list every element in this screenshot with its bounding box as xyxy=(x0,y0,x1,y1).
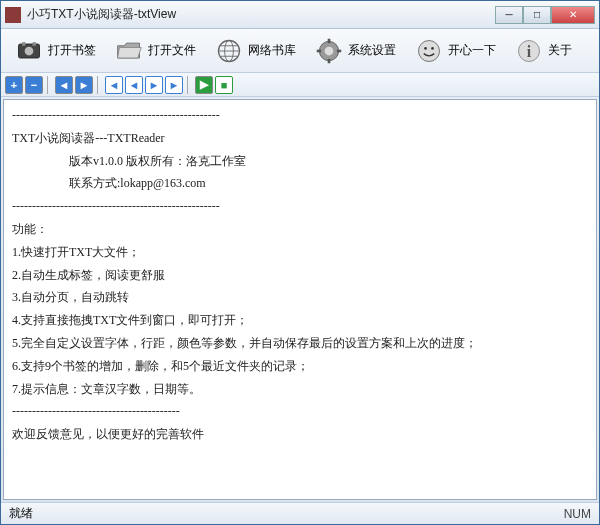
content-line: 联系方式:lokapp@163.com xyxy=(12,172,588,195)
stop-button[interactable]: ■ xyxy=(215,76,233,94)
nav-toolbar: + − ◄ ► ◄ ◄ ► ► ▶ ■ xyxy=(1,73,599,97)
about-button[interactable]: i 关于 xyxy=(505,33,581,69)
separator xyxy=(187,76,191,94)
main-toolbar: 打开书签 打开文件 网络书库 系统设置 开心一下 xyxy=(1,29,599,73)
text-content[interactable]: ----------------------------------------… xyxy=(3,99,597,500)
content-line: 7.提示信息：文章汉字数，日期等。 xyxy=(12,378,588,401)
minimize-button[interactable]: ─ xyxy=(495,6,523,24)
status-numlock: NUM xyxy=(564,507,591,521)
separator xyxy=(47,76,51,94)
prev-chapter-button[interactable]: ◄ xyxy=(55,76,73,94)
titlebar: 小巧TXT小说阅读器-txtView ─ □ ✕ xyxy=(1,1,599,29)
content-line: 5.完全自定义设置字体，行距，颜色等参数，并自动保存最后的设置方案和上次的进度； xyxy=(12,332,588,355)
info-icon: i xyxy=(514,36,544,66)
folder-icon xyxy=(114,36,144,66)
svg-point-3 xyxy=(25,46,34,55)
network-library-button[interactable]: 网络书库 xyxy=(205,33,305,69)
close-button[interactable]: ✕ xyxy=(551,6,595,24)
content-line: ----------------------------------------… xyxy=(12,195,588,218)
window-controls: ─ □ ✕ xyxy=(495,6,595,24)
system-settings-label: 系统设置 xyxy=(348,42,396,59)
statusbar: 就绪 NUM xyxy=(1,502,599,524)
open-file-label: 打开文件 xyxy=(148,42,196,59)
open-bookmark-label: 打开书签 xyxy=(48,42,96,59)
content-line: 6.支持9个书签的增加，删除，和5个最近文件夹的记录； xyxy=(12,355,588,378)
play-button[interactable]: ▶ xyxy=(195,76,213,94)
globe-icon xyxy=(214,36,244,66)
status-text: 就绪 xyxy=(9,505,564,522)
svg-point-16 xyxy=(424,47,427,50)
window-title: 小巧TXT小说阅读器-txtView xyxy=(27,6,495,23)
content-line: 4.支持直接拖拽TXT文件到窗口，即可打开； xyxy=(12,309,588,332)
content-line: ----------------------------------------… xyxy=(12,104,588,127)
content-line: 版本v1.0.0 版权所有：洛克工作室 xyxy=(12,150,588,173)
next-page-button[interactable]: ► xyxy=(145,76,163,94)
gear-icon xyxy=(314,36,344,66)
svg-text:i: i xyxy=(527,43,532,60)
add-button[interactable]: + xyxy=(5,76,23,94)
last-page-button[interactable]: ► xyxy=(165,76,183,94)
app-icon xyxy=(5,7,21,23)
svg-point-15 xyxy=(419,40,440,61)
next-chapter-button[interactable]: ► xyxy=(75,76,93,94)
remove-button[interactable]: − xyxy=(25,76,43,94)
happy-button[interactable]: 开心一下 xyxy=(405,33,505,69)
prev-page-button[interactable]: ◄ xyxy=(125,76,143,94)
bookmark-icon xyxy=(14,36,44,66)
content-line: 3.自动分页，自动跳转 xyxy=(12,286,588,309)
svg-point-10 xyxy=(325,46,334,55)
happy-label: 开心一下 xyxy=(448,42,496,59)
network-library-label: 网络书库 xyxy=(248,42,296,59)
about-label: 关于 xyxy=(548,42,572,59)
app-window: 小巧TXT小说阅读器-txtView ─ □ ✕ 打开书签 打开文件 网络书库 xyxy=(0,0,600,525)
system-settings-button[interactable]: 系统设置 xyxy=(305,33,405,69)
open-file-button[interactable]: 打开文件 xyxy=(105,33,205,69)
separator xyxy=(97,76,101,94)
content-line: TXT小说阅读器---TXTReader xyxy=(12,127,588,150)
svg-point-17 xyxy=(431,47,434,50)
maximize-button[interactable]: □ xyxy=(523,6,551,24)
smile-icon xyxy=(414,36,444,66)
content-line: 功能： xyxy=(12,218,588,241)
content-line: 1.快速打开TXT大文件； xyxy=(12,241,588,264)
content-line: 欢迎反馈意见，以便更好的完善软件 xyxy=(12,423,588,446)
content-line: 2.自动生成标签，阅读更舒服 xyxy=(12,264,588,287)
svg-rect-1 xyxy=(22,42,26,46)
content-line: ----------------------------------------… xyxy=(12,400,588,423)
svg-rect-2 xyxy=(33,42,37,46)
first-page-button[interactable]: ◄ xyxy=(105,76,123,94)
open-bookmark-button[interactable]: 打开书签 xyxy=(5,33,105,69)
